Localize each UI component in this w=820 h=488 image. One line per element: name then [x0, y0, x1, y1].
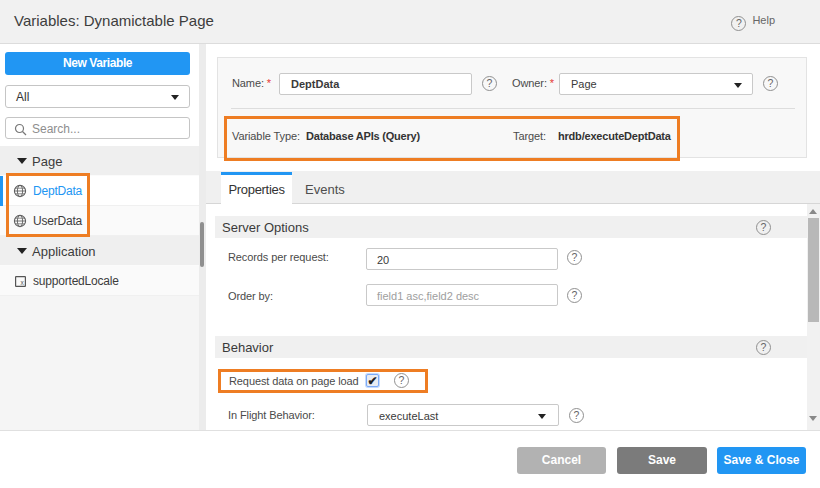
svg-text:x: x	[21, 279, 25, 286]
